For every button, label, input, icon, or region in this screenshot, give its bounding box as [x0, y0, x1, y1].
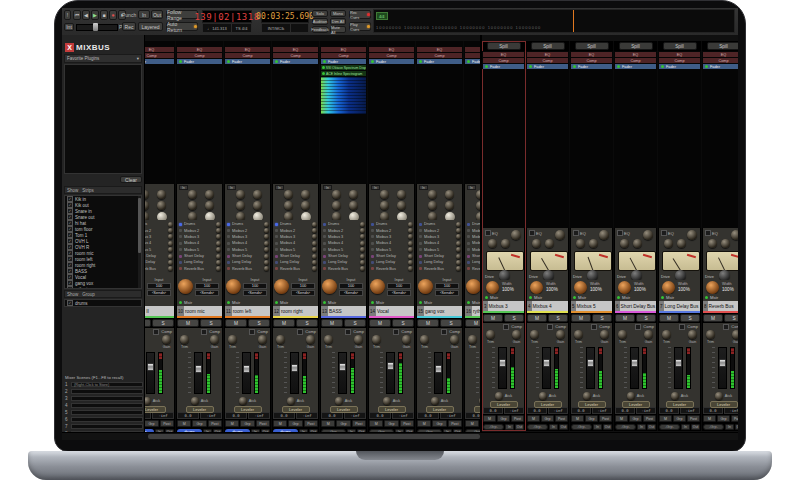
- processor-box[interactable]: EQCompFader: [176, 41, 223, 184]
- send-level-knob[interactable]: [360, 222, 365, 227]
- fader-handle[interactable]: [147, 363, 154, 371]
- footer-in-button[interactable]: In: [505, 424, 514, 430]
- gain-readout[interactable]: 0.0: [527, 407, 547, 414]
- bus-pan-knob[interactable]: [486, 281, 499, 294]
- scene-name-box[interactable]: [71, 410, 143, 415]
- mixer-scene-slot-6[interactable]: 6: [62, 416, 145, 423]
- gain-knob[interactable]: [306, 335, 315, 344]
- pan-knob[interactable]: [178, 279, 193, 294]
- footer-button-grp[interactable]: Grp: [288, 420, 302, 427]
- favorite-plugins-list[interactable]: [64, 64, 142, 174]
- fader-handle[interactable]: [499, 359, 506, 367]
- trim-knob[interactable]: [618, 330, 627, 339]
- bus-strip-mixbus-4[interactable]: SpillEQCompFaderEQDriveWidth100%Mstr4Mix…: [526, 41, 570, 431]
- eq-checkbox[interactable]: [573, 230, 579, 236]
- eq-knob[interactable]: [284, 190, 293, 199]
- gain-knob[interactable]: [556, 330, 565, 339]
- processor-box[interactable]: EQCompFader: [224, 41, 271, 184]
- eq-knob[interactable]: [145, 201, 149, 210]
- attack-knob[interactable]: [287, 397, 295, 405]
- leveler-button[interactable]: Leveler: [282, 406, 310, 413]
- gain-readout[interactable]: 0.0: [615, 407, 635, 414]
- attack-knob[interactable]: [539, 392, 547, 400]
- punch-in-button[interactable]: In: [138, 10, 150, 19]
- scene-name-box[interactable]: [71, 389, 143, 394]
- peak-readout[interactable]: -inf: [392, 412, 414, 419]
- footer-out-button[interactable]: Out: [647, 424, 656, 430]
- mute-button[interactable]: M: [369, 319, 391, 327]
- peak-readout[interactable]: -inf: [200, 412, 222, 419]
- processor-eq[interactable]: EQ: [145, 47, 174, 52]
- mute-button[interactable]: M: [145, 319, 151, 327]
- gain-readout[interactable]: 0.0: [571, 407, 591, 414]
- processor-eq[interactable]: EQ: [321, 47, 366, 52]
- attack-knob[interactable]: [627, 392, 635, 400]
- footer-button-m[interactable]: M: [465, 420, 479, 427]
- send-level-knob[interactable]: [216, 254, 221, 259]
- pan-knob[interactable]: [322, 279, 337, 294]
- punch-out-button[interactable]: Out: [151, 10, 163, 19]
- bus-eq-knob[interactable]: [643, 230, 653, 240]
- footer-in-button[interactable]: In: [681, 424, 690, 430]
- bus-pan-knob[interactable]: [618, 281, 631, 294]
- bus-eq-knob[interactable]: [555, 230, 565, 240]
- bus-strip-mixbus-3[interactable]: SpillEQCompFaderEQDriveWidth100%Mstr3Mix…: [482, 41, 526, 431]
- processor-eq[interactable]: EQ: [703, 52, 738, 57]
- footer-button-post[interactable]: Post: [643, 415, 656, 422]
- fader-handle[interactable]: [631, 359, 638, 367]
- peak-readout[interactable]: -inf: [592, 407, 612, 414]
- peak-readout[interactable]: -inf: [152, 412, 174, 419]
- bus-eq-knob[interactable]: [687, 230, 697, 240]
- peak-readout[interactable]: -inf: [440, 412, 462, 419]
- mute-button[interactable]: M: [703, 314, 723, 322]
- eq-checkbox[interactable]: [661, 230, 667, 236]
- group-button-none[interactable]: -Grp-: [615, 424, 636, 430]
- send-level-knob[interactable]: [216, 228, 221, 233]
- send-level-knob[interactable]: [408, 260, 413, 265]
- checkbox-icon[interactable]: ✓: [67, 300, 73, 306]
- send-reverb-bus[interactable]: Reverb Bus: [145, 266, 173, 272]
- strip-name[interactable]: Mixbus 5: [576, 301, 612, 311]
- processor-fader[interactable]: Fader: [527, 64, 568, 69]
- trim-knob[interactable]: [662, 330, 671, 339]
- send-level-knob[interactable]: [360, 260, 365, 265]
- send-level-knob[interactable]: [264, 222, 269, 227]
- send-level-knob[interactable]: [456, 222, 461, 227]
- scene-name-box[interactable]: [71, 403, 143, 408]
- sends-button[interactable]: ‹Sends›: [387, 290, 411, 296]
- send-level-knob[interactable]: [264, 247, 269, 252]
- send-level-knob[interactable]: [264, 266, 269, 271]
- fader-handle[interactable]: [587, 359, 594, 367]
- eq-knob[interactable]: [205, 201, 214, 210]
- width-value[interactable]: 100%: [722, 287, 734, 292]
- eq-knob[interactable]: [284, 201, 293, 210]
- mono-button[interactable]: Mono: [330, 10, 346, 17]
- attack-knob[interactable]: [431, 397, 439, 405]
- width-value[interactable]: 100%: [678, 287, 690, 292]
- gain-knob[interactable]: [732, 330, 738, 339]
- group-button-none[interactable]: -Grp-: [571, 424, 592, 430]
- gain-knob[interactable]: [210, 335, 219, 344]
- gain-readout[interactable]: 0.0: [483, 407, 503, 414]
- eq-knob[interactable]: [188, 201, 197, 210]
- strip-name[interactable]: room right: [280, 306, 318, 316]
- channel-strip-vocal[interactable]: EQCompFaderInDrumsMixbus 2Mixbus 3Mixbus…: [368, 41, 416, 436]
- pan-width-value[interactable]: 100: [339, 283, 363, 289]
- fader-track[interactable]: [542, 347, 551, 389]
- footer-in-button[interactable]: In: [549, 424, 558, 430]
- send-level-knob[interactable]: [312, 247, 317, 252]
- processor-box[interactable]: EQCompFader: [368, 41, 415, 184]
- footer-button-m[interactable]: M: [615, 415, 628, 422]
- send-level-knob[interactable]: [456, 234, 461, 239]
- leveler-button[interactable]: Leveler: [330, 406, 358, 413]
- strip-name[interactable]: Vocal: [376, 306, 414, 316]
- send-level-knob[interactable]: [168, 222, 173, 227]
- gain-knob[interactable]: [600, 330, 609, 339]
- footer-button-post[interactable]: Post: [304, 420, 318, 427]
- send-level-knob[interactable]: [264, 241, 269, 246]
- mixer-scene-slot-1[interactable]: 1(Right-Click to Store): [62, 381, 145, 388]
- pan-width-value[interactable]: 100: [195, 283, 219, 289]
- attack-knob[interactable]: [383, 397, 391, 405]
- fader-track[interactable]: [290, 352, 299, 394]
- spill-button[interactable]: Spill: [531, 42, 565, 50]
